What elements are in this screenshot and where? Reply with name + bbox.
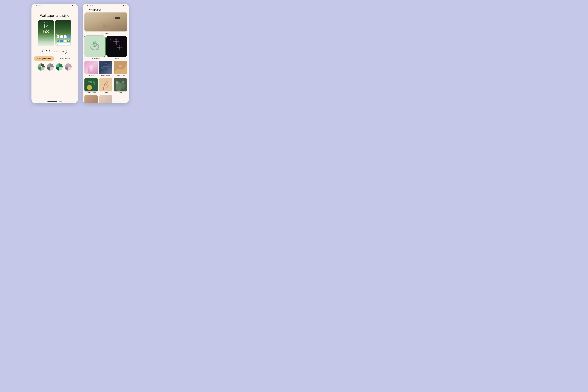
- status-left: 14:53 📅 ✉: [34, 5, 42, 6]
- svg-point-18: [90, 46, 92, 48]
- curated-culture-label: Curated Culture: [86, 92, 96, 93]
- svg-rect-43: [84, 78, 98, 92]
- svg-point-1: [65, 36, 65, 37]
- for-fun-label: For fun: [104, 92, 108, 93]
- time-right: 14:53: [85, 5, 88, 6]
- motif-thumb[interactable]: [114, 78, 127, 92]
- svg-point-34: [110, 40, 111, 41]
- lock-screen-preview[interactable]: Fri, 23 Jun 1453: [38, 20, 54, 46]
- bottom-nav: [32, 100, 78, 103]
- dot-1: [59, 101, 60, 102]
- battery-icon-right: 🔋: [125, 5, 126, 6]
- wallpaper-colours-tab[interactable]: Wallpaper colours: [34, 56, 54, 61]
- flower-cluster: [106, 36, 127, 57]
- change-wallpaper-label: Change wallpaper: [48, 50, 64, 52]
- svg-point-48: [121, 82, 125, 89]
- swatch-3[interactable]: [56, 64, 63, 70]
- svg-point-50: [122, 81, 124, 83]
- basic-colours-tab[interactable]: Basic colours: [55, 56, 76, 61]
- living-universe-thumb[interactable]: [99, 61, 112, 74]
- community-lens-item: Community lens: [114, 61, 127, 76]
- google-g: G: [57, 44, 58, 45]
- home-screen-preview[interactable]: Fri, 23 Jun Play Store Gmail: [55, 20, 71, 46]
- app-photos: [64, 36, 66, 38]
- category-grid-1: Live bloom Living universe Community len…: [84, 61, 127, 76]
- living-universe-label: Living universe: [101, 75, 110, 76]
- puck-object: [115, 17, 120, 19]
- battery-icon: 🔋: [74, 5, 76, 6]
- extra-2: [99, 95, 112, 103]
- app-settings-label: Settings: [68, 38, 70, 39]
- swatch-4[interactable]: [64, 64, 72, 70]
- svg-point-31: [120, 47, 122, 48]
- wifi-icon-right: ▲: [123, 5, 124, 6]
- svg-point-5: [103, 25, 106, 28]
- bloom-label: Bloom: [115, 57, 119, 59]
- category-grid-3: [84, 95, 127, 103]
- wallpaper-preview: Fri, 23 Jun 1453 Fri, 23 Jun Play Store: [34, 20, 76, 46]
- bloom-thumb[interactable]: [106, 36, 127, 57]
- svg-marker-0: [57, 36, 58, 38]
- back-button-left[interactable]: ←: [34, 8, 37, 12]
- my-photos-label: My photos: [84, 32, 127, 34]
- svg-point-29: [119, 48, 120, 50]
- status-bar-left: 14:53 📅 ✉ ▲ 🔋: [32, 4, 78, 7]
- nav-handle: [48, 101, 57, 102]
- svg-point-15: [94, 41, 96, 44]
- app-phone: [56, 40, 60, 42]
- live-bloom-thumb[interactable]: [84, 61, 98, 74]
- for-fun-thumb[interactable]: [99, 78, 112, 92]
- app-dock-row1: Play Store Gmail Photos: [56, 36, 70, 39]
- right-phone: 14:53 📅 ✉ ▲ 🔋 ← Wallpaper: [82, 4, 129, 103]
- app-settings: [67, 36, 70, 38]
- swatch-2[interactable]: [46, 64, 54, 70]
- color-tabs: Wallpaper colours Basic colours: [34, 56, 76, 61]
- extra-thumb-2[interactable]: [99, 95, 112, 103]
- app-messages: [60, 40, 63, 42]
- curated-culture-item: Curated Culture: [84, 78, 98, 94]
- svg-point-49: [116, 81, 118, 84]
- featured-categories: Emoji workshop: [84, 36, 127, 59]
- home-date: Fri, 23 Jun: [56, 34, 60, 35]
- left-content: Wallpaper and style Fri, 23 Jun 1453 Fri…: [32, 12, 78, 100]
- flower-3: [108, 37, 113, 42]
- svg-point-28: [119, 45, 120, 46]
- live-bloom-label: Live bloom: [88, 75, 94, 76]
- for-fun-item: For fun: [99, 78, 112, 94]
- wallpaper-icon: 🖼: [46, 50, 48, 52]
- app-play-label: Play Store: [56, 38, 59, 39]
- curated-culture-thumb[interactable]: [84, 78, 98, 92]
- flower-2: [117, 44, 123, 50]
- time-left: 14:53: [34, 5, 38, 6]
- change-wallpaper-button[interactable]: 🖼 Change wallpaper: [42, 48, 67, 54]
- back-button-right[interactable]: ←: [84, 8, 88, 12]
- motif-label: Motif: [119, 92, 122, 93]
- wallpaper-page-title: Wallpaper: [89, 8, 101, 11]
- bloom-item: Bloom: [106, 36, 127, 59]
- swatch-1[interactable]: [38, 64, 45, 70]
- svg-point-6: [104, 26, 105, 27]
- svg-point-16: [94, 42, 94, 42]
- svg-point-22: [115, 41, 117, 43]
- svg-rect-45: [99, 78, 112, 92]
- nav-bar-right: ← Wallpaper: [82, 7, 129, 12]
- svg-point-23: [116, 38, 117, 41]
- extra-1: [84, 95, 98, 103]
- community-lens-thumb[interactable]: [114, 61, 127, 74]
- my-photos-section: My photos: [84, 12, 127, 34]
- svg-point-37: [90, 65, 93, 70]
- status-bar-right: 14:53 📅 ✉ ▲ 🔋: [82, 4, 129, 7]
- page-dots: [59, 101, 62, 102]
- right-content: My photos: [82, 12, 129, 103]
- svg-point-2: [68, 36, 69, 37]
- svg-point-26: [117, 41, 120, 42]
- home-search-bar: G: [56, 43, 70, 45]
- extra-thumb-1[interactable]: [84, 95, 98, 103]
- emoji-workshop-thumb[interactable]: [84, 36, 105, 57]
- my-photos-image[interactable]: [84, 12, 127, 32]
- wifi-icon: ▲: [72, 5, 73, 6]
- lock-time: 1453: [43, 24, 49, 34]
- mail-icon-right: ✉: [92, 5, 93, 6]
- emoji-workshop-label: Emoji workshop: [90, 57, 100, 59]
- dot-2: [60, 101, 61, 102]
